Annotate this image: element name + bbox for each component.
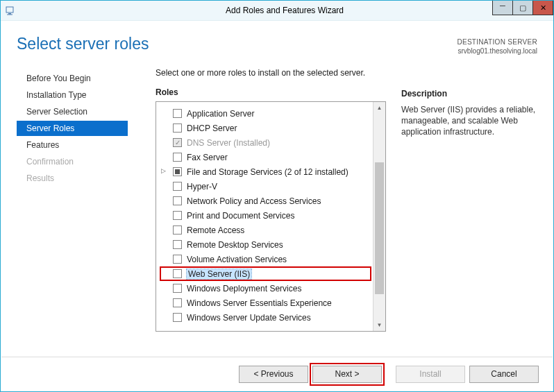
role-item[interactable]: Remote Desktop Services xyxy=(159,237,372,252)
page-title: Select server roles xyxy=(17,35,149,56)
window-title: Add Roles and Features Wizard xyxy=(16,6,553,15)
description-column: Description Web Server (IIS) provides a … xyxy=(386,68,537,352)
description-heading: Description xyxy=(401,89,537,99)
role-checkbox[interactable] xyxy=(173,298,182,307)
role-label: File and Storage Services (2 of 12 insta… xyxy=(187,167,349,177)
nav-item[interactable]: Features xyxy=(17,137,128,153)
maximize-button[interactable]: ▢ xyxy=(512,1,533,15)
close-button[interactable]: ✕ xyxy=(532,1,553,15)
nav-sidebar: Before You BeginInstallation TypeServer … xyxy=(17,68,128,352)
nav-item: Results xyxy=(17,171,128,186)
destination-server: srvblog01.thesolving.local xyxy=(457,46,537,56)
role-item[interactable]: Application Server xyxy=(159,106,372,121)
nav-item[interactable]: Server Roles xyxy=(17,121,128,136)
scroll-track[interactable] xyxy=(373,114,385,319)
role-label: Windows Server Update Services xyxy=(187,313,311,323)
role-label: Print and Document Services xyxy=(187,211,294,221)
role-checkbox[interactable] xyxy=(173,284,182,293)
role-label: Web Server (IIS) xyxy=(187,269,251,279)
role-checkbox[interactable] xyxy=(173,240,182,249)
destination-label: DESTINATION SERVER xyxy=(457,37,537,46)
role-item[interactable]: Web Server (IIS) xyxy=(159,266,372,281)
nav-item[interactable]: Installation Type xyxy=(17,87,128,103)
window-buttons: ─ ▢ ✕ xyxy=(493,1,553,15)
role-checkbox[interactable] xyxy=(173,255,182,264)
role-label: Volume Activation Services xyxy=(187,255,287,264)
page-header: Select server roles DESTINATION SERVER s… xyxy=(17,35,537,56)
install-button: Install xyxy=(396,366,465,383)
footer: < Previous Next > Install Cancel xyxy=(1,357,553,391)
role-checkbox: ✓ xyxy=(173,138,182,147)
role-label: Network Policy and Access Services xyxy=(187,196,321,206)
role-label: Windows Server Essentials Experience xyxy=(187,298,332,308)
destination-info: DESTINATION SERVER srvblog01.thesolving.… xyxy=(457,35,537,56)
role-label: Remote Access xyxy=(187,225,244,235)
role-label: Hyper-V xyxy=(187,182,217,191)
role-checkbox[interactable] xyxy=(173,269,182,278)
titlebar: Add Roles and Features Wizard ─ ▢ ✕ xyxy=(1,1,553,21)
scrollbar[interactable]: ▲ ▼ xyxy=(373,102,385,331)
role-item[interactable]: Print and Document Services xyxy=(159,208,372,223)
scroll-thumb[interactable] xyxy=(375,162,384,294)
next-button[interactable]: Next > xyxy=(312,366,382,383)
role-checkbox[interactable] xyxy=(173,167,182,176)
svg-rect-1 xyxy=(8,13,11,15)
content-area: Select server roles DESTINATION SERVER s… xyxy=(1,21,553,391)
svg-rect-2 xyxy=(7,15,12,15)
role-item[interactable]: ▷File and Storage Services (2 of 12 inst… xyxy=(159,164,372,179)
role-item[interactable]: Hyper-V xyxy=(159,179,372,194)
role-item[interactable]: Windows Server Update Services xyxy=(159,310,372,325)
role-item[interactable]: Windows Deployment Services xyxy=(159,281,372,296)
svg-rect-0 xyxy=(6,7,13,12)
roles-listbox[interactable]: Application ServerDHCP Server✓DNS Server… xyxy=(156,101,386,332)
role-item[interactable]: Network Policy and Access Services xyxy=(159,194,372,208)
role-checkbox[interactable] xyxy=(173,182,182,191)
description-text: Web Server (IIS) provides a reliable, ma… xyxy=(401,104,537,138)
role-checkbox[interactable] xyxy=(173,196,182,205)
app-icon xyxy=(5,5,16,16)
instruction-text: Select one or more roles to install on t… xyxy=(156,68,386,78)
role-item[interactable]: DHCP Server xyxy=(159,121,372,135)
role-item[interactable]: Fax Server xyxy=(159,150,372,164)
expand-icon[interactable]: ▷ xyxy=(160,168,167,174)
nav-item[interactable]: Before You Begin xyxy=(17,71,128,86)
role-label: DHCP Server xyxy=(187,123,237,133)
minimize-button[interactable]: ─ xyxy=(492,1,513,15)
role-checkbox[interactable] xyxy=(173,153,182,162)
main-column: Select one or more roles to install on t… xyxy=(128,68,386,352)
previous-button[interactable]: < Previous xyxy=(239,366,308,383)
role-item[interactable]: Volume Activation Services xyxy=(159,252,372,266)
role-label: Fax Server xyxy=(187,153,228,162)
role-label: Remote Desktop Services xyxy=(187,240,283,250)
scroll-up-icon[interactable]: ▲ xyxy=(373,102,385,114)
role-checkbox[interactable] xyxy=(173,109,182,118)
role-checkbox[interactable] xyxy=(173,211,182,220)
role-item[interactable]: ✓DNS Server (Installed) xyxy=(159,135,372,150)
wizard-window: Add Roles and Features Wizard ─ ▢ ✕ Sele… xyxy=(0,0,554,392)
body: Before You BeginInstallation TypeServer … xyxy=(17,68,537,352)
scroll-down-icon[interactable]: ▼ xyxy=(373,319,385,331)
role-item[interactable]: Windows Server Essentials Experience xyxy=(159,296,372,310)
role-label: DNS Server (Installed) xyxy=(187,138,270,148)
role-label: Windows Deployment Services xyxy=(187,284,301,293)
nav-item[interactable]: Server Selection xyxy=(17,104,128,119)
roles-heading: Roles xyxy=(156,87,386,97)
nav-item: Confirmation xyxy=(17,154,128,169)
cancel-button[interactable]: Cancel xyxy=(469,366,539,383)
role-checkbox[interactable] xyxy=(173,313,182,322)
role-checkbox[interactable] xyxy=(173,225,182,235)
role-label: Application Server xyxy=(187,109,254,119)
role-checkbox[interactable] xyxy=(173,123,182,133)
role-item[interactable]: Remote Access xyxy=(159,223,372,237)
